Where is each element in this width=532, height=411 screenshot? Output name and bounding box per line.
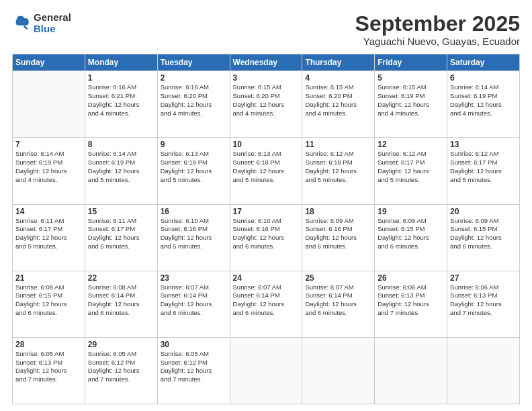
day-info: Sunrise: 6:13 AMSunset: 6:18 PMDaylight:… (161, 150, 227, 184)
day-info: Sunrise: 6:10 AMSunset: 6:16 PMDaylight:… (161, 217, 227, 251)
calendar-cell: 9Sunrise: 6:13 AMSunset: 6:18 PMDaylight… (157, 138, 230, 204)
day-number: 20 (450, 207, 517, 216)
calendar-cell: 20Sunrise: 6:09 AMSunset: 6:15 PMDayligh… (447, 204, 520, 271)
calendar-cell: 13Sunrise: 6:12 AMSunset: 6:17 PMDayligh… (447, 138, 520, 204)
day-info: Sunrise: 6:06 AMSunset: 6:13 PMDaylight:… (450, 283, 517, 318)
calendar-cell (447, 337, 520, 404)
logo: General Blue (12, 12, 71, 34)
day-info: Sunrise: 6:12 AMSunset: 6:17 PMDaylight:… (450, 150, 517, 184)
day-number: 14 (15, 207, 82, 216)
calendar-cell: 3Sunrise: 6:15 AMSunset: 6:20 PMDaylight… (230, 71, 302, 138)
day-info: Sunrise: 6:15 AMSunset: 6:20 PMDaylight:… (305, 83, 371, 118)
day-info: Sunrise: 6:07 AMSunset: 6:14 PMDaylight:… (305, 283, 371, 318)
day-info: Sunrise: 6:14 AMSunset: 6:19 PMDaylight:… (15, 150, 82, 184)
day-info: Sunrise: 6:14 AMSunset: 6:19 PMDaylight:… (88, 150, 154, 184)
calendar-header: Sunday Monday Tuesday Wednesday Thursday… (13, 54, 520, 71)
calendar-cell: 28Sunrise: 6:05 AMSunset: 6:13 PMDayligh… (13, 337, 85, 404)
calendar-cell: 12Sunrise: 6:12 AMSunset: 6:17 PMDayligh… (375, 138, 447, 204)
day-number: 28 (15, 340, 82, 349)
calendar-body: 1Sunrise: 6:16 AMSunset: 6:21 PMDaylight… (13, 71, 520, 404)
day-number: 18 (305, 207, 371, 216)
day-number: 15 (88, 207, 154, 216)
col-tuesday: Tuesday (157, 54, 230, 71)
day-info: Sunrise: 6:08 AMSunset: 6:14 PMDaylight:… (88, 283, 154, 318)
calendar-cell: 10Sunrise: 6:13 AMSunset: 6:18 PMDayligh… (230, 138, 302, 204)
col-thursday: Thursday (302, 54, 375, 71)
day-info: Sunrise: 6:07 AMSunset: 6:14 PMDaylight:… (161, 283, 227, 318)
calendar-cell: 26Sunrise: 6:06 AMSunset: 6:13 PMDayligh… (375, 271, 447, 337)
subtitle: Yaguachi Nuevo, Guayas, Ecuador (355, 36, 520, 47)
day-number: 25 (305, 273, 371, 283)
header-row: Sunday Monday Tuesday Wednesday Thursday… (13, 54, 520, 71)
logo-icon (12, 14, 31, 33)
calendar-cell: 2Sunrise: 6:16 AMSunset: 6:20 PMDaylight… (157, 71, 230, 138)
day-info: Sunrise: 6:11 AMSunset: 6:17 PMDaylight:… (15, 217, 82, 251)
calendar-cell: 16Sunrise: 6:10 AMSunset: 6:16 PMDayligh… (157, 204, 230, 271)
day-info: Sunrise: 6:16 AMSunset: 6:21 PMDaylight:… (88, 83, 154, 118)
calendar-cell: 17Sunrise: 6:10 AMSunset: 6:16 PMDayligh… (230, 204, 302, 271)
logo-text: General Blue (34, 12, 71, 34)
day-info: Sunrise: 6:09 AMSunset: 6:15 PMDaylight:… (450, 217, 517, 251)
day-number: 9 (161, 140, 227, 149)
day-number: 7 (15, 140, 82, 149)
calendar-cell: 23Sunrise: 6:07 AMSunset: 6:14 PMDayligh… (157, 271, 230, 337)
day-number: 29 (88, 340, 154, 349)
day-number: 24 (233, 273, 300, 283)
day-info: Sunrise: 6:06 AMSunset: 6:13 PMDaylight:… (378, 283, 444, 318)
day-number: 22 (88, 273, 154, 283)
calendar-cell: 25Sunrise: 6:07 AMSunset: 6:14 PMDayligh… (302, 271, 375, 337)
calendar-cell (375, 337, 447, 404)
calendar-cell (230, 337, 302, 404)
calendar-cell: 18Sunrise: 6:09 AMSunset: 6:16 PMDayligh… (302, 204, 375, 271)
col-wednesday: Wednesday (230, 54, 302, 71)
col-sunday: Sunday (13, 54, 85, 71)
day-info: Sunrise: 6:05 AMSunset: 6:12 PMDaylight:… (161, 350, 227, 384)
day-number: 8 (88, 140, 154, 149)
calendar-cell: 4Sunrise: 6:15 AMSunset: 6:20 PMDaylight… (302, 71, 375, 138)
calendar-week-2: 7Sunrise: 6:14 AMSunset: 6:19 PMDaylight… (13, 138, 520, 204)
title-block: September 2025 Yaguachi Nuevo, Guayas, E… (355, 12, 520, 47)
calendar-week-1: 1Sunrise: 6:16 AMSunset: 6:21 PMDaylight… (13, 71, 520, 138)
day-info: Sunrise: 6:05 AMSunset: 6:13 PMDaylight:… (15, 350, 82, 384)
day-info: Sunrise: 6:15 AMSunset: 6:20 PMDaylight:… (233, 83, 300, 118)
day-number: 5 (378, 73, 444, 83)
calendar-cell: 7Sunrise: 6:14 AMSunset: 6:19 PMDaylight… (13, 138, 85, 204)
day-number: 10 (233, 140, 300, 149)
calendar-cell: 8Sunrise: 6:14 AMSunset: 6:19 PMDaylight… (85, 138, 157, 204)
calendar-cell: 21Sunrise: 6:08 AMSunset: 6:15 PMDayligh… (13, 271, 85, 337)
day-number: 12 (378, 140, 444, 149)
calendar-cell: 15Sunrise: 6:11 AMSunset: 6:17 PMDayligh… (85, 204, 157, 271)
calendar-cell (13, 71, 85, 138)
day-number: 11 (305, 140, 371, 149)
calendar-cell: 1Sunrise: 6:16 AMSunset: 6:21 PMDaylight… (85, 71, 157, 138)
calendar-cell: 27Sunrise: 6:06 AMSunset: 6:13 PMDayligh… (447, 271, 520, 337)
calendar-cell: 29Sunrise: 6:05 AMSunset: 6:12 PMDayligh… (85, 337, 157, 404)
col-saturday: Saturday (447, 54, 520, 71)
day-info: Sunrise: 6:16 AMSunset: 6:20 PMDaylight:… (161, 83, 227, 118)
day-number: 27 (450, 273, 517, 283)
calendar-cell: 11Sunrise: 6:12 AMSunset: 6:18 PMDayligh… (302, 138, 375, 204)
calendar-week-5: 28Sunrise: 6:05 AMSunset: 6:13 PMDayligh… (13, 337, 520, 404)
day-number: 23 (161, 273, 227, 283)
day-info: Sunrise: 6:08 AMSunset: 6:15 PMDaylight:… (15, 283, 82, 318)
day-number: 26 (378, 273, 444, 283)
calendar-cell: 24Sunrise: 6:07 AMSunset: 6:14 PMDayligh… (230, 271, 302, 337)
day-number: 13 (450, 140, 517, 149)
day-info: Sunrise: 6:09 AMSunset: 6:16 PMDaylight:… (305, 217, 371, 251)
day-info: Sunrise: 6:15 AMSunset: 6:19 PMDaylight:… (378, 83, 444, 118)
calendar-cell: 6Sunrise: 6:14 AMSunset: 6:19 PMDaylight… (447, 71, 520, 138)
day-number: 2 (161, 73, 227, 83)
day-info: Sunrise: 6:07 AMSunset: 6:14 PMDaylight:… (233, 283, 300, 318)
calendar-cell: 30Sunrise: 6:05 AMSunset: 6:12 PMDayligh… (157, 337, 230, 404)
main-title: September 2025 (355, 12, 520, 36)
day-info: Sunrise: 6:12 AMSunset: 6:17 PMDaylight:… (378, 150, 444, 184)
header: General Blue September 2025 Yaguachi Nue… (12, 12, 520, 47)
logo-blue-text: Blue (34, 24, 71, 35)
day-number: 6 (450, 73, 517, 83)
day-info: Sunrise: 6:09 AMSunset: 6:15 PMDaylight:… (378, 217, 444, 251)
day-info: Sunrise: 6:12 AMSunset: 6:18 PMDaylight:… (305, 150, 371, 184)
day-number: 3 (233, 73, 300, 83)
calendar-cell: 14Sunrise: 6:11 AMSunset: 6:17 PMDayligh… (13, 204, 85, 271)
day-number: 30 (161, 340, 227, 349)
calendar-week-3: 14Sunrise: 6:11 AMSunset: 6:17 PMDayligh… (13, 204, 520, 271)
